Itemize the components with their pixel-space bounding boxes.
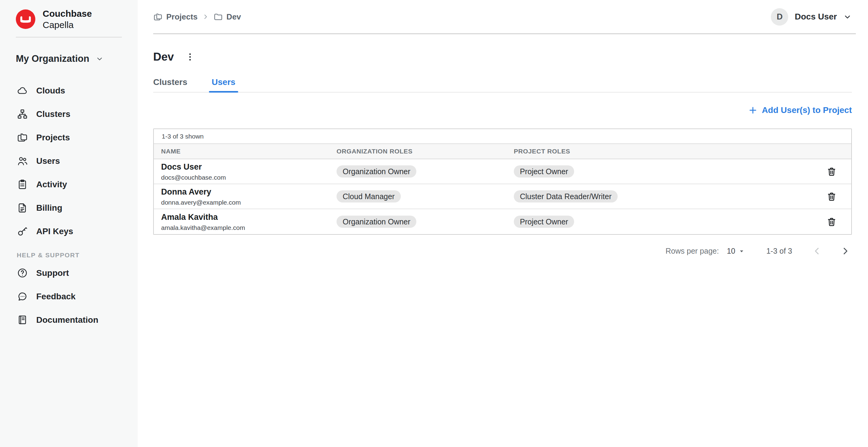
project-roles-cell: Project Owner <box>506 165 812 178</box>
name-cell: Docs User docs@couchbase.com <box>154 162 329 181</box>
title-row: Dev <box>153 50 852 64</box>
topbar: Projects Dev D Docs User <box>153 0 856 34</box>
user-menu[interactable]: D Docs User <box>771 8 856 26</box>
sidebar: Couchbase Capella My Organization Clouds… <box>0 0 138 447</box>
table-caption: 1-3 of 3 shown <box>154 129 851 144</box>
delete-user-button[interactable] <box>825 164 839 179</box>
trash-icon <box>826 166 837 177</box>
actions-cell <box>812 189 851 204</box>
tab-clusters[interactable]: Clusters <box>153 77 187 92</box>
users-icon <box>17 155 28 166</box>
name-cell: Donna Avery donna.avery@example.com <box>154 187 329 206</box>
breadcrumb-label: Dev <box>226 12 241 22</box>
main-area: Projects Dev D Docs User Dev <box>138 0 868 447</box>
content: Dev Clusters Users Add User(s) to Projec… <box>138 34 868 447</box>
delete-user-button[interactable] <box>825 189 839 204</box>
organization-roles-cell: Organization Owner <box>329 216 506 228</box>
pagination: Rows per page: 10 1-3 of 3 <box>153 245 852 258</box>
column-header-organization-roles: ORGANIZATION ROLES <box>329 148 506 155</box>
organization-selector[interactable]: My Organization <box>16 53 138 64</box>
kebab-icon <box>185 52 195 62</box>
breadcrumb-projects[interactable]: Projects <box>153 12 198 22</box>
key-icon <box>17 226 28 237</box>
table-row: Amala Kavitha amala.kavitha@example.com … <box>154 209 851 234</box>
column-header-project-roles: PROJECT ROLES <box>506 148 812 155</box>
breadcrumb-dev[interactable]: Dev <box>214 12 241 22</box>
project-menu-button[interactable] <box>184 51 196 63</box>
tabs: Clusters Users <box>153 77 852 93</box>
project-role-badge: Cluster Data Reader/Writer <box>514 190 618 202</box>
user-name: Donna Avery <box>161 187 329 197</box>
sidebar-item-clouds[interactable]: Clouds <box>0 79 138 102</box>
cloud-icon <box>17 85 28 96</box>
organization-role-badge: Organization Owner <box>337 216 416 228</box>
rows-per-page-select[interactable]: 10 <box>727 247 744 255</box>
sidebar-item-users[interactable]: Users <box>0 149 138 173</box>
sidebar-item-label: Feedback <box>36 292 75 301</box>
sidebar-item-activity[interactable]: Activity <box>0 173 138 196</box>
organization-roles-cell: Cloud Manager <box>329 190 506 202</box>
chevron-down-icon <box>843 13 851 21</box>
add-users-to-project-button[interactable]: Add User(s) to Project <box>748 105 852 115</box>
project-role-badge: Project Owner <box>514 165 574 178</box>
sidebar-item-label: Clusters <box>36 109 70 119</box>
sidebar-item-billing[interactable]: Billing <box>0 196 138 220</box>
table-row: Docs User docs@couchbase.com Organizatio… <box>154 159 851 184</box>
couchbase-logo-icon <box>16 9 35 29</box>
sidebar-item-projects[interactable]: Projects <box>0 126 138 149</box>
sidebar-item-clusters[interactable]: Clusters <box>0 102 138 126</box>
message-icon <box>17 291 28 302</box>
organization-role-badge: Organization Owner <box>337 165 416 178</box>
sidebar-item-label: Activity <box>36 180 67 189</box>
sitemap-icon <box>17 108 28 120</box>
next-page-button[interactable] <box>839 245 852 258</box>
page-title: Dev <box>153 50 174 64</box>
delete-user-button[interactable] <box>825 215 839 229</box>
chevron-right-icon <box>841 246 850 256</box>
table-body: Docs User docs@couchbase.com Organizatio… <box>154 159 851 234</box>
clipboard-icon <box>17 179 28 190</box>
sidebar-item-support[interactable]: Support <box>0 261 138 285</box>
table-row: Donna Avery donna.avery@example.com Clou… <box>154 184 851 209</box>
sidebar-item-label: Users <box>36 156 60 166</box>
book-icon <box>17 314 28 325</box>
users-table: 1-3 of 3 shown NAME ORGANIZATION ROLES P… <box>153 128 852 235</box>
folder-icon <box>214 12 223 22</box>
organization-selector-label: My Organization <box>16 53 89 64</box>
plus-icon <box>748 106 757 115</box>
avatar: D <box>771 8 788 26</box>
chevron-down-icon <box>95 55 104 63</box>
breadcrumb-label: Projects <box>166 12 198 22</box>
previous-page-button[interactable] <box>810 245 824 258</box>
sidebar-nav: Clouds Clusters Projects Users Activity … <box>0 79 138 331</box>
chevron-right-icon <box>202 13 209 20</box>
trash-icon <box>826 217 837 227</box>
project-role-badge: Project Owner <box>514 216 574 228</box>
actions-row: Add User(s) to Project <box>153 105 852 115</box>
user-name: Docs User <box>161 162 329 172</box>
sidebar-item-label: Projects <box>36 133 70 142</box>
table-header: NAME ORGANIZATION ROLES PROJECT ROLES <box>154 144 851 159</box>
add-users-label: Add User(s) to Project <box>762 105 852 115</box>
nav-section-help-support: HELP & SUPPORT <box>17 252 138 259</box>
sidebar-divider <box>16 37 122 37</box>
user-email: donna.avery@example.com <box>161 198 329 206</box>
project-roles-cell: Project Owner <box>506 216 812 228</box>
user-email: amala.kavitha@example.com <box>161 224 329 231</box>
user-email: docs@couchbase.com <box>161 173 329 181</box>
sidebar-item-label: Documentation <box>36 315 98 325</box>
sidebar-item-label: Support <box>36 268 69 278</box>
invoice-icon <box>17 202 28 214</box>
tab-users[interactable]: Users <box>212 77 236 92</box>
sidebar-item-label: Billing <box>36 203 62 213</box>
sidebar-item-documentation[interactable]: Documentation <box>0 308 138 331</box>
help-circle-icon <box>17 267 28 279</box>
sidebar-item-api-keys[interactable]: API Keys <box>0 220 138 243</box>
sidebar-item-label: API Keys <box>36 227 73 236</box>
folders-icon <box>17 132 28 143</box>
folders-icon <box>153 12 163 22</box>
sidebar-item-feedback[interactable]: Feedback <box>0 285 138 308</box>
caret-down-icon <box>739 249 744 254</box>
page-range: 1-3 of 3 <box>766 247 792 255</box>
app-logo[interactable]: Couchbase Capella <box>0 0 138 30</box>
